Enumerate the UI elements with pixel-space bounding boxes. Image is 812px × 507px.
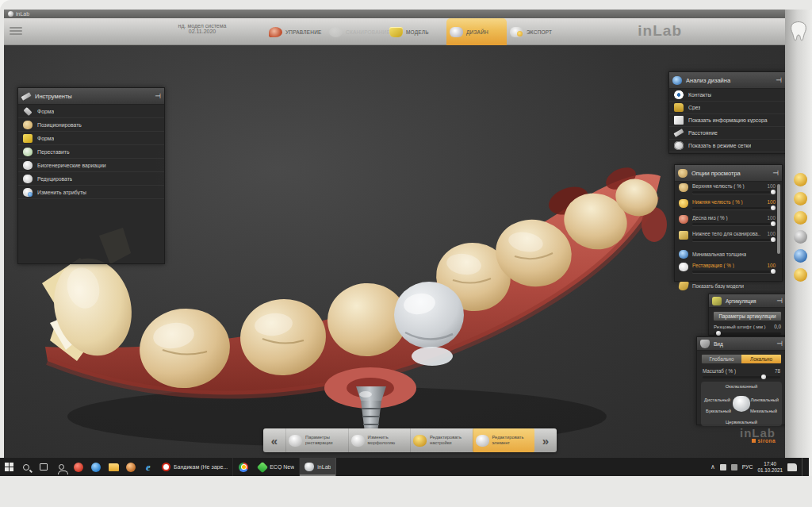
reduce-icon: [23, 175, 33, 183]
tray-icon-1[interactable]: [720, 464, 726, 471]
tool-item-form[interactable]: Форма: [18, 132, 164, 145]
show-desktop-button[interactable]: [802, 458, 806, 476]
analysis-item-cut[interactable]: Срез: [669, 102, 785, 114]
attributes-icon: [23, 188, 33, 197]
option-upper-jaw[interactable]: Верхняя челюсть ( % )100: [675, 182, 782, 198]
articulation-params-button[interactable]: Параметры артикуляции: [713, 311, 782, 321]
next-step-button[interactable]: »: [534, 428, 557, 452]
tool-item-attributes[interactable]: Изменить атрибуты: [18, 186, 164, 199]
task-inlab[interactable]: inLab: [300, 458, 336, 476]
option-min-thickness[interactable]: Минимальная толщина: [675, 245, 782, 261]
people-icon[interactable]: [52, 458, 70, 476]
internet-explorer-icon[interactable]: e: [140, 458, 157, 476]
analysis-item-contacts[interactable]: Контакты: [669, 89, 785, 102]
dir-cervical[interactable]: Цервикальный: [726, 420, 757, 424]
collapse-icon[interactable]: ⊣: [155, 93, 161, 100]
restoration-slider[interactable]: [692, 271, 776, 273]
option-lower-jaw[interactable]: Нижняя челюсть ( % )100: [675, 198, 782, 213]
pinned-app-orange-icon[interactable]: [122, 458, 140, 476]
gingiva-slider[interactable]: [692, 223, 776, 225]
analysis-item-distance[interactable]: Расстояние: [669, 127, 785, 140]
tool-item-rearrange[interactable]: Переставить: [18, 145, 164, 159]
window-title: inLab: [16, 11, 29, 17]
tool-item-biogeneric[interactable]: Биогенерические вариации: [18, 159, 164, 172]
step-edit-morphology[interactable]: Изменить морфологию: [348, 428, 411, 452]
brush-tool-icon[interactable]: [794, 211, 807, 225]
option-gingiva[interactable]: Десна низ ( % )100: [675, 213, 782, 229]
scale-slider[interactable]: [703, 376, 780, 378]
tab-administration[interactable]: УПРАВЛЕНИЕ: [266, 18, 326, 45]
option-model-base[interactable]: Показать базу модели: [675, 277, 782, 293]
scanbody-slider[interactable]: [692, 239, 776, 241]
task-ecq[interactable]: ECQ New: [254, 458, 300, 476]
tab-scan: СКАНИРОВАНИЕ: [326, 18, 386, 45]
file-explorer-icon[interactable]: [105, 458, 122, 476]
steps-bar: « Параметры реставрации Изменить морфоло…: [263, 428, 557, 452]
incisal-pin-row: Резцовый штифт ( мм ) 0,0: [709, 323, 785, 332]
inlab-task-icon: [304, 463, 314, 471]
viewport-3d[interactable]: Инструменты ⊣ Форма Позиционировать Форм…: [4, 45, 785, 458]
pinned-app-blue-icon[interactable]: [87, 458, 105, 476]
screen: inLab нд. модел система 02.11.2020 УПРАВ…: [0, 0, 812, 507]
step3-icon: [413, 435, 427, 447]
collapse-icon[interactable]: ⊣: [772, 170, 779, 177]
scan-icon: [329, 27, 343, 37]
prev-step-button[interactable]: «: [263, 428, 285, 452]
step-edit-element[interactable]: Редактировать элемент: [473, 428, 535, 452]
search-icon[interactable]: [17, 458, 35, 476]
lower-jaw-slider[interactable]: [692, 207, 776, 209]
incisal-pin-slider[interactable]: [714, 332, 781, 335]
language-indicator[interactable]: РУС: [742, 464, 753, 470]
tool-item-shape[interactable]: Форма: [18, 105, 164, 118]
tab-global[interactable]: Глобально: [702, 355, 741, 363]
tab-design[interactable]: ДИЗАЙН: [446, 18, 507, 45]
biogeneric-icon: [23, 161, 33, 170]
start-button[interactable]: [0, 458, 17, 476]
analysis-icon: [672, 76, 682, 85]
tab-local[interactable]: Локально: [741, 355, 781, 363]
dir-lingual[interactable]: Лингвальный: [750, 398, 779, 402]
dir-occlusal[interactable]: Окклюзионный: [726, 384, 757, 389]
tray-icon-2[interactable]: [731, 464, 737, 471]
case-name: нд. модел система: [123, 23, 282, 29]
action-center-icon[interactable]: [787, 463, 797, 471]
analysis-item-cursor-info[interactable]: Показать информацию курсора: [669, 114, 785, 127]
tooth-tool-icon[interactable]: [794, 192, 807, 205]
smile-tool-icon[interactable]: [794, 268, 807, 282]
scale-row: Масштаб ( % ) 78: [697, 364, 785, 374]
administration-icon: [269, 27, 282, 37]
collapse-icon[interactable]: ⊣: [776, 298, 783, 305]
dir-mesial[interactable]: Мезиальный: [750, 409, 777, 413]
tray-expand-icon[interactable]: ∧: [710, 463, 715, 471]
tab-export[interactable]: ЭКСПОРТ: [507, 18, 567, 45]
clock[interactable]: 17:40 01.10.2021: [757, 461, 783, 474]
option-restoration[interactable]: Реставрация ( % )100: [675, 261, 782, 277]
collapse-icon[interactable]: ⊣: [776, 340, 783, 348]
dir-buccal[interactable]: Буккальный: [706, 409, 731, 413]
menu-icon[interactable]: [10, 25, 22, 36]
analysis-item-grid[interactable]: Показать в режиме сетки: [669, 140, 785, 152]
option-scanbody[interactable]: Нижнее тело для сканирова...100: [675, 229, 782, 245]
windows-taskbar: e Бандикам (Не заре... ECQ New inLab ∧ Р…: [0, 458, 809, 476]
tab-model[interactable]: МОДЕЛЬ: [386, 18, 446, 45]
teeth-row-icon[interactable]: [794, 230, 807, 244]
step-restoration-params[interactable]: Параметры реставрации: [285, 428, 348, 452]
task-view-icon[interactable]: [35, 458, 52, 476]
tools-panel: Инструменты ⊣ Форма Позиционировать Форм…: [17, 87, 165, 264]
material-sphere-icon[interactable]: [794, 173, 807, 186]
step-edit-setup[interactable]: Редактировать настройки: [410, 428, 473, 452]
task-bandicam[interactable]: Бандикам (Не заре...: [157, 458, 233, 476]
dir-distal[interactable]: Дистальный: [704, 398, 730, 402]
chrome-icon[interactable]: [233, 458, 254, 476]
tool-item-position[interactable]: Позиционировать: [18, 118, 164, 132]
monitor-icon[interactable]: [794, 249, 807, 263]
pinned-app-red-icon[interactable]: [70, 458, 87, 476]
upper-jaw-slider[interactable]: [692, 191, 776, 194]
restoration-icon: [679, 263, 688, 271]
view-options-panel: Опции просмотра ⊣ Верхняя челюсть ( % )1…: [674, 164, 783, 282]
tool-item-reduce[interactable]: Редуцировать: [18, 172, 164, 186]
collapse-icon[interactable]: ⊣: [776, 77, 782, 84]
step4-icon: [476, 435, 489, 447]
panel-scrollbar[interactable]: [777, 184, 780, 254]
app-icon: [8, 11, 13, 17]
